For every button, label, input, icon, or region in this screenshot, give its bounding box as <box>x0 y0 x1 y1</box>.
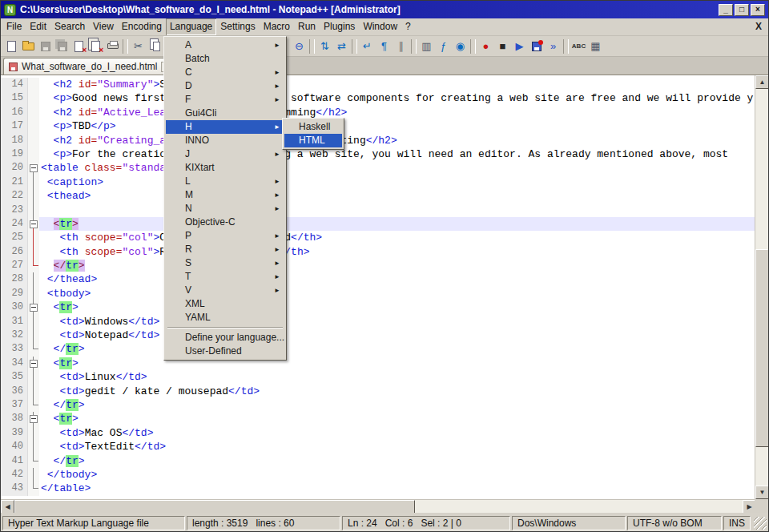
fold-toggle[interactable] <box>28 412 39 425</box>
menu-item-t[interactable]: T► <box>166 270 284 284</box>
menubar-item-window[interactable]: Window <box>359 18 401 35</box>
toolbar-doc-switcher-button[interactable]: ▦ <box>587 38 604 54</box>
editor-line[interactable]: 21 <caption> <box>1 175 756 189</box>
menubar-item-macro[interactable]: Macro <box>260 18 294 35</box>
menu-item-p[interactable]: P► <box>166 229 284 243</box>
menu-item-batch[interactable]: Batch <box>166 52 284 66</box>
toolbar-indent-guide-button[interactable]: ∥ <box>393 38 409 54</box>
scroll-left-arrow[interactable]: ◀ <box>1 500 14 514</box>
editor-line[interactable]: 28 </thead> <box>1 272 756 286</box>
menubar-item-search[interactable]: Search <box>50 18 89 35</box>
editor-line[interactable]: 29 <tbody> <box>1 287 756 300</box>
editor[interactable]: 14 <h2 id="Summary">Summary</h2>15 <p>Go… <box>1 75 756 499</box>
fold-toggle[interactable] <box>28 217 39 231</box>
menubar-item-edit[interactable]: Edit <box>26 18 50 35</box>
menu-item-inno[interactable]: INNO <box>166 134 284 147</box>
menu-item-kixtart[interactable]: KIXtart <box>166 161 284 175</box>
menu-item-xml[interactable]: XML <box>166 297 284 311</box>
toolbar-record-macro-button[interactable]: ● <box>477 38 494 54</box>
toolbar-close-file-button[interactable] <box>70 38 87 54</box>
menu-item-d[interactable]: D► <box>166 79 284 93</box>
editor-line[interactable]: 36 <td>gedit / kate / mousepad</td> <box>1 385 756 398</box>
resize-grip[interactable] <box>754 517 767 530</box>
toolbar-save-all-button[interactable] <box>54 38 70 54</box>
editor-line[interactable]: 14 <h2 id="Summary">Summary</h2> <box>1 78 756 91</box>
editor-line[interactable]: 31 <td>Windows</td> <box>1 315 756 328</box>
fold-toggle[interactable] <box>28 357 39 370</box>
editor-line[interactable]: 37 </tr> <box>1 398 756 412</box>
vertical-scrollbar[interactable]: ▲ ▼ <box>755 75 768 499</box>
minimize-button[interactable]: _ <box>719 4 733 16</box>
editor-line[interactable]: 18 <h2 id="Creating_and_editing">Creatin… <box>1 134 756 147</box>
toolbar-sync-horizontal-button[interactable]: ⇄ <box>333 38 350 54</box>
toolbar-stop-macro-button[interactable]: ■ <box>494 38 511 54</box>
fold-toggle[interactable] <box>28 161 39 175</box>
menu-item-v[interactable]: V► <box>166 284 284 297</box>
restore-button[interactable]: □ <box>735 4 749 16</box>
editor-line[interactable]: 15 <p>Good news first: almost all of the… <box>1 91 756 105</box>
editor-line[interactable]: 23 <box>1 204 756 217</box>
editor-line[interactable]: 26 <th scope="col">Recommended editors</… <box>1 245 756 259</box>
menu-item-a[interactable]: A► <box>166 38 284 52</box>
editor-line[interactable]: 41 </tr> <box>1 454 756 468</box>
editor-line[interactable]: 22 <thead> <box>1 189 756 203</box>
toolbar-word-wrap-button[interactable]: ↵ <box>359 38 376 54</box>
editor-line[interactable]: 35 <td>Linux</td> <box>1 370 756 384</box>
editor-line[interactable]: 32 <td>Notepad</td> <box>1 328 756 342</box>
menu-item-l[interactable]: L► <box>166 175 284 188</box>
menu-item-yaml[interactable]: YAML <box>166 311 284 324</box>
menu-item-s[interactable]: S► <box>166 256 284 270</box>
editor-line[interactable]: 25 <th scope="col">Operating system used… <box>1 231 756 244</box>
editor-line[interactable]: 42 </tbody> <box>1 468 756 482</box>
toolbar-new-file-button[interactable] <box>3 38 20 54</box>
editor-line[interactable]: 34 <tr> <box>1 357 756 370</box>
menu-item-user-defined[interactable]: User-Defined <box>166 345 284 358</box>
menu-item-f[interactable]: F► <box>166 93 284 107</box>
menubar-item-settings[interactable]: Settings <box>216 18 259 35</box>
toolbar-close-all-button[interactable] <box>87 38 104 54</box>
menu-item-h[interactable]: H► <box>166 120 284 134</box>
menu-item-gui4cli[interactable]: Gui4Cli <box>166 107 284 120</box>
editor-line[interactable]: 40 <td>TextEdit</td> <box>1 440 756 453</box>
editor-line[interactable]: 17 <p>TBD</p> <box>1 119 756 133</box>
editor-line[interactable]: 43</table> <box>1 482 756 495</box>
menu-item-define-your-language[interactable]: Define your language... <box>166 331 284 345</box>
horizontal-scroll-thumb[interactable] <box>14 500 415 514</box>
menubar-item-language[interactable]: Language <box>166 18 216 35</box>
toolbar-function-list-button[interactable]: ƒ <box>435 38 452 54</box>
fold-toggle[interactable] <box>28 300 39 314</box>
vertical-scroll-thumb[interactable] <box>755 249 769 447</box>
submenu-item-html[interactable]: HTML <box>284 134 342 147</box>
toolbar-define-language-button[interactable]: ABC <box>570 38 587 54</box>
menu-item-n[interactable]: N► <box>166 202 284 216</box>
menu-item-c[interactable]: C► <box>166 66 284 79</box>
menu-item-j[interactable]: J► <box>166 147 284 161</box>
toolbar-play-macro-button[interactable]: ▶ <box>511 38 528 54</box>
editor-line[interactable]: 27 </tr> <box>1 259 756 272</box>
toolbar-run-macro-multiple-button[interactable]: » <box>545 38 562 54</box>
toolbar-show-all-characters-button[interactable]: ¶ <box>376 38 393 54</box>
horizontal-scrollbar[interactable]: ◀ ▶ <box>1 499 756 513</box>
toolbar-zoom-out-button[interactable]: ⊖ <box>291 38 308 54</box>
menu-item-r[interactable]: R► <box>166 243 284 256</box>
editor-line[interactable]: 39 <td>Mac OS</td> <box>1 426 756 440</box>
tab-document[interactable]: What_software_do_I_need.html × <box>3 58 177 75</box>
toolbar-sync-vertical-button[interactable]: ⇅ <box>316 38 333 54</box>
close-button[interactable]: × <box>751 4 765 16</box>
editor-line[interactable]: 24 <tr> <box>1 217 756 231</box>
editor-line[interactable]: 19 <p>For the creation as well as editin… <box>1 147 756 161</box>
editor-line[interactable]: 38 <tr> <box>1 412 756 425</box>
editor-line[interactable]: 16 <h2 id="Active_Learning">Basic progra… <box>1 106 756 119</box>
toolbar-copy-button[interactable] <box>147 38 163 54</box>
submenu-item-haskell[interactable]: Haskell <box>284 120 342 134</box>
toolbar-cut-button[interactable]: ✂ <box>130 38 147 54</box>
menubar-item-run[interactable]: Run <box>294 18 320 35</box>
toolbar-save-file-button[interactable] <box>37 38 54 54</box>
menubar-item-[interactable]: ? <box>401 18 415 35</box>
toolbar-print-button[interactable] <box>104 38 121 54</box>
toolbar-save-macro-button[interactable] <box>528 38 545 54</box>
menu-item-objective-c[interactable]: Objective-C <box>166 216 284 229</box>
editor-line[interactable]: 33 </tr> <box>1 342 756 356</box>
scroll-up-arrow[interactable]: ▲ <box>755 75 769 89</box>
menubar-item-encoding[interactable]: Encoding <box>118 18 166 35</box>
